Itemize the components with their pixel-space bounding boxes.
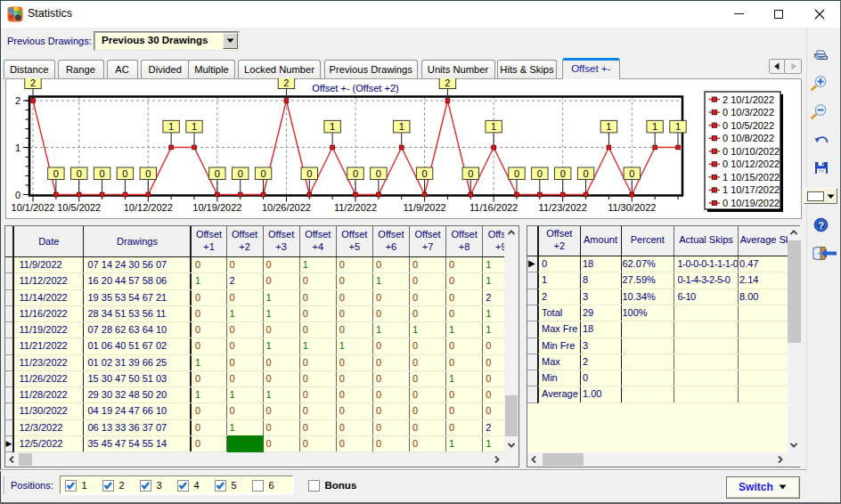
svg-text:2: 2 <box>445 78 450 88</box>
svg-text:2: 2 <box>15 95 20 106</box>
svg-text:0: 0 <box>215 168 220 179</box>
svg-text:10/26/2022: 10/26/2022 <box>262 202 311 213</box>
svg-text:?: ? <box>818 220 824 231</box>
svg-text:0: 0 <box>537 168 543 179</box>
svg-text:0: 0 <box>514 168 519 179</box>
svg-text:1: 1 <box>652 121 657 132</box>
svg-text:0 10/12/2022: 0 10/12/2022 <box>723 159 780 169</box>
svg-text:0: 0 <box>238 168 243 179</box>
svg-text:0: 0 <box>145 168 151 179</box>
svg-text:0 10/3/2022: 0 10/3/2022 <box>723 107 774 118</box>
svg-text:0: 0 <box>261 168 266 179</box>
svg-text:0 10/19/2022: 0 10/19/2022 <box>723 198 780 208</box>
svg-text:1: 1 <box>168 121 174 132</box>
svg-text:1: 1 <box>192 121 197 132</box>
svg-text:0: 0 <box>376 168 381 179</box>
svg-text:0: 0 <box>584 168 589 179</box>
svg-text:0 10/10/2022: 0 10/10/2022 <box>723 146 780 157</box>
svg-text:?: ? <box>13 11 16 16</box>
svg-text:1: 1 <box>399 121 404 132</box>
svg-text:11/30/2022: 11/30/2022 <box>608 202 656 213</box>
svg-text:0: 0 <box>422 168 428 179</box>
svg-text:0 10/5/2022: 0 10/5/2022 <box>723 120 774 131</box>
svg-text:1: 1 <box>675 121 681 132</box>
svg-text:0: 0 <box>353 168 358 179</box>
svg-text:11/16/2022: 11/16/2022 <box>469 202 518 213</box>
svg-text:10/5/2022: 10/5/2022 <box>57 202 101 213</box>
svg-text:0: 0 <box>560 168 566 179</box>
svg-text:2: 2 <box>30 78 36 88</box>
svg-text:10/12/2022: 10/12/2022 <box>124 202 173 213</box>
svg-text:11/9/2022: 11/9/2022 <box>404 202 446 213</box>
svg-text:0: 0 <box>306 168 312 179</box>
svg-text:10/19/2022: 10/19/2022 <box>192 202 241 213</box>
svg-text:Offset +- (Offset +2): Offset +- (Offset +2) <box>312 83 398 93</box>
svg-text:0: 0 <box>122 168 127 179</box>
svg-text:0: 0 <box>468 168 473 179</box>
svg-text:1: 1 <box>491 121 496 132</box>
svg-text:11/2/2022: 11/2/2022 <box>334 202 377 213</box>
svg-text:0: 0 <box>629 168 634 179</box>
svg-text:0: 0 <box>77 168 82 179</box>
svg-text:0: 0 <box>100 168 105 179</box>
svg-text:2 10/1/2022: 2 10/1/2022 <box>723 94 774 105</box>
svg-text:11/23/2022: 11/23/2022 <box>539 202 587 213</box>
svg-text:1: 1 <box>15 142 20 153</box>
svg-text:1 10/15/2022: 1 10/15/2022 <box>723 172 780 183</box>
svg-text:1 10/17/2022: 1 10/17/2022 <box>723 184 780 195</box>
svg-text:1: 1 <box>330 121 335 132</box>
svg-text:0: 0 <box>15 190 20 200</box>
svg-text:0: 0 <box>53 168 59 179</box>
svg-text:1: 1 <box>606 121 611 132</box>
svg-text:2: 2 <box>283 78 289 88</box>
svg-text:0 10/8/2022: 0 10/8/2022 <box>723 133 774 143</box>
svg-text:10/1/2022: 10/1/2022 <box>12 202 55 213</box>
